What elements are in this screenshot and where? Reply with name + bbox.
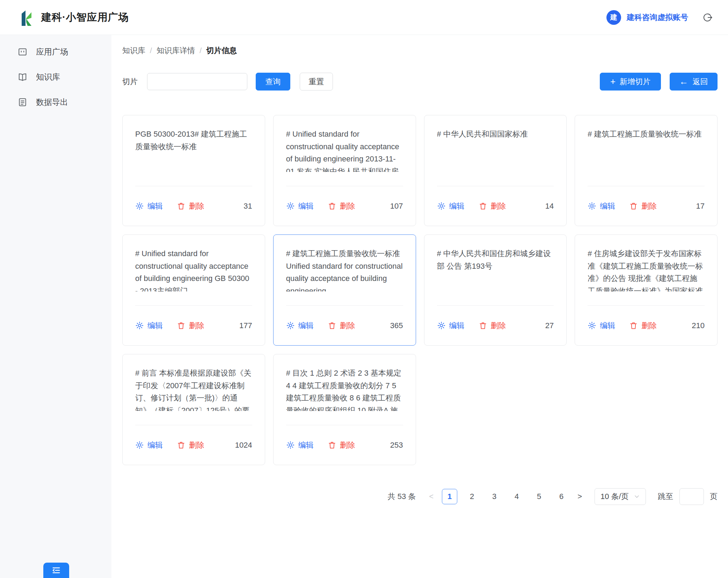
gear-icon [588,321,596,330]
edit-button[interactable]: 编辑 [588,201,615,211]
slice-count: 27 [545,321,554,330]
delete-label: 删除 [189,201,204,211]
edit-button[interactable]: 编辑 [286,440,314,450]
user-avatar[interactable]: 建 [606,10,621,25]
jump-page-input[interactable] [679,488,704,505]
page-size-select[interactable]: 10 条/页 [595,488,646,505]
slice-card-text: # 中华人民共和国国家标准 [437,128,554,172]
slice-card[interactable]: # 中华人民共和国国家标准 编辑 删除 14 [424,115,567,226]
slice-search-input[interactable] [147,73,247,90]
menu-fold-icon [51,565,61,575]
logout-icon[interactable] [702,12,713,23]
edit-label: 编辑 [147,320,163,331]
gear-icon [286,202,295,210]
delete-label: 删除 [189,320,204,331]
app-square-icon [17,47,28,57]
slice-card-text: # 目次 1 总则 2 术语 2 3 基本规定 4 4 建筑工程质量验收的划分 … [286,367,403,411]
delete-button[interactable]: 删除 [629,320,657,331]
breadcrumb-kb-detail[interactable]: 知识库详情 [156,45,195,56]
breadcrumb-separator: / [145,46,156,55]
delete-button[interactable]: 删除 [479,320,506,331]
gear-icon [135,202,144,210]
edit-button[interactable]: 编辑 [588,320,615,331]
trash-icon [479,202,487,210]
slice-card[interactable]: # 建筑工程施工质量验收统一标准 编辑 删除 17 [575,115,718,226]
page-button-5[interactable]: 5 [531,489,547,504]
add-slice-button[interactable]: + 新增切片 [600,73,661,91]
slice-count: 210 [692,321,705,330]
edit-button[interactable]: 编辑 [135,440,163,450]
page-button-6[interactable]: 6 [554,489,569,504]
slice-card[interactable]: # Unified standard for constructional qu… [122,234,265,346]
breadcrumb: 知识库 / 知识库详情 / 切片信息 [122,45,718,56]
sidebar-item-data-export[interactable]: 数据导出 [0,89,111,115]
breadcrumb-knowledge-base[interactable]: 知识库 [122,45,145,56]
slice-card[interactable]: # 中华人民共和国住房和城乡建设部 公告 第193号 编辑 删除 27 [424,234,567,346]
query-button[interactable]: 查询 [256,73,290,91]
next-page-button[interactable]: > [573,492,587,501]
delete-button[interactable]: 删除 [177,320,204,331]
edit-button[interactable]: 编辑 [286,201,314,211]
edit-button[interactable]: 编辑 [135,201,163,211]
delete-button[interactable]: 删除 [177,201,204,211]
sidebar-collapse-button[interactable] [43,563,69,578]
chevron-down-icon [634,493,640,500]
trash-icon [177,202,185,210]
slice-card[interactable]: # Unified standard for constructional qu… [273,115,416,226]
page-size-value: 10 条/页 [600,491,629,502]
edit-button[interactable]: 编辑 [437,201,465,211]
delete-button[interactable]: 删除 [177,440,204,450]
delete-button[interactable]: 删除 [328,320,355,331]
delete-label: 删除 [340,440,355,450]
trash-icon [328,202,336,210]
edit-button[interactable]: 编辑 [135,320,163,331]
sidebar-item-label: 知识库 [36,72,60,82]
page-button-1[interactable]: 1 [442,489,457,504]
edit-label: 编辑 [298,201,314,211]
edit-button[interactable]: 编辑 [437,320,465,331]
total-count-label: 共 53 条 [388,491,416,502]
slice-cards-grid: PGB 50300-2013# 建筑工程施工质量验收统一标准 编辑 删除 31 … [122,115,718,465]
gear-icon [135,321,144,330]
page-button-4[interactable]: 4 [509,489,524,504]
sidebar-item-app-plaza[interactable]: 应用广场 [0,39,111,64]
slice-card[interactable]: # 前言 本标准是根据原建设部《关于印发〈2007年工程建设标准制订、修订计划（… [122,354,265,465]
slice-card-selected[interactable]: # 建筑工程施工质量验收统一标准 Unified standard for co… [273,234,416,346]
trash-icon [629,202,638,210]
slice-count: 17 [696,202,705,211]
delete-button[interactable]: 删除 [479,201,506,211]
slice-card[interactable]: PGB 50300-2013# 建筑工程施工质量验收统一标准 编辑 删除 31 [122,115,265,226]
reset-button[interactable]: 重置 [300,73,333,91]
gear-icon [437,321,446,330]
edit-label: 编辑 [298,320,314,331]
delete-button[interactable]: 删除 [629,201,657,211]
trash-icon [177,321,185,330]
slice-card-text: # 前言 本标准是根据原建设部《关于印发〈2007年工程建设标准制订、修订计划（… [135,367,252,411]
account-name[interactable]: 建科咨询虚拟账号 [627,12,688,23]
trash-icon [328,441,336,449]
slice-count: 1024 [235,441,252,450]
page-button-3[interactable]: 3 [487,489,502,504]
sidebar-item-knowledge-base[interactable]: 知识库 [0,64,111,89]
jump-to-label: 跳至 [658,491,673,502]
trash-icon [177,441,185,449]
prev-page-button[interactable]: < [424,492,438,501]
delete-label: 删除 [641,201,657,211]
slice-card-text: # 建筑工程施工质量验收统一标准 [588,128,705,172]
delete-button[interactable]: 删除 [328,201,355,211]
page-button-2[interactable]: 2 [464,489,480,504]
pagination: 共 53 条 < 1 2 3 4 5 6 > 10 条/页 跳至 页 [122,488,718,505]
filter-row: 切片 查询 重置 + 新增切片 ← 返回 [122,73,718,91]
edit-button[interactable]: 编辑 [286,320,314,331]
edit-label: 编辑 [449,320,465,331]
brand-logo-icon [19,9,35,26]
slice-card[interactable]: # 住房城乡建设部关于发布国家标准《建筑工程施工质量验收统一标准》的公告 现批准… [575,234,718,346]
slice-card-text: # 住房城乡建设部关于发布国家标准《建筑工程施工质量验收统一标准》的公告 现批准… [588,247,705,291]
breadcrumb-separator: / [195,46,206,55]
back-label: 返回 [693,77,708,87]
gear-icon [437,202,446,210]
slice-card[interactable]: # 目次 1 总则 2 术语 2 3 基本规定 4 4 建筑工程质量验收的划分 … [273,354,416,465]
back-button[interactable]: ← 返回 [670,73,718,91]
page-unit-label: 页 [710,491,718,502]
delete-button[interactable]: 删除 [328,440,355,450]
